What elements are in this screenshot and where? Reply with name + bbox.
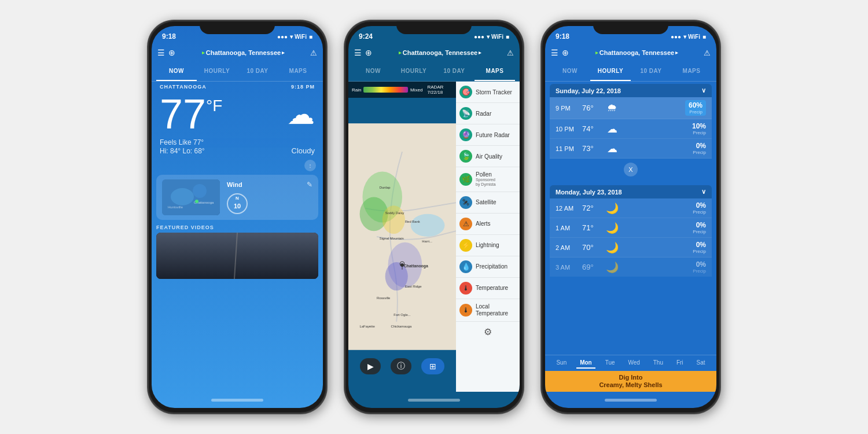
menu-local-temperature[interactable]: 🌡 LocalTemperature — [456, 299, 520, 322]
precip-1am: 0%Precip — [693, 221, 706, 234]
weather-icon-now: ☁ — [287, 98, 315, 130]
menu-satellite[interactable]: 🛰 Satellite — [456, 192, 520, 214]
tab-hourly-2[interactable]: HOURLY — [393, 63, 434, 81]
menu-lightning[interactable]: ⚡ Lightning — [456, 235, 520, 256]
alert-icon-2[interactable]: ⚠ — [507, 49, 514, 57]
menu-pollen[interactable]: 🌿 Pollen Sponsoredby Dymista — [456, 167, 520, 192]
monday-header[interactable]: Monday, July 23, 2018 ∨ — [550, 185, 712, 198]
tab-bar-3: NOW HOURLY 10 DAY MAPS — [545, 63, 716, 82]
video-thumbnail[interactable] — [156, 233, 318, 279]
tab-maps-3[interactable]: MAPS — [671, 63, 712, 81]
maps-sidebar: 🎯 Storm Tracker 📡 Radar 🔮 Future Radar 🍃… — [456, 82, 520, 392]
notch-2 — [396, 21, 472, 34]
alert-icon-1[interactable]: ⚠ — [310, 49, 317, 57]
svg-text:Harri...: Harri... — [422, 240, 432, 243]
icon-1am: 🌙 — [602, 222, 623, 234]
nav-bar-1: ☰ ⊕ ▸ Chattanooga, Tennessee ▸ ⚠ — [152, 42, 323, 63]
hourly-row-11pm[interactable]: 11 PM 73° ☁ 0% Precip — [550, 139, 712, 159]
info-button[interactable]: ⓘ — [391, 358, 411, 374]
svg-text:Dunlap: Dunlap — [380, 186, 391, 189]
rain-label: Rain — [352, 87, 361, 93]
time-3am: 3 AM — [556, 264, 579, 271]
menu-icon-1[interactable]: ☰ — [157, 48, 165, 57]
radar-legend: Rain Mixed RADAR 7/22/18 — [348, 82, 456, 98]
ad-banner[interactable]: Dig IntoCreamy, Melty Shells — [545, 371, 716, 392]
tab-hourly-1[interactable]: HOURLY — [197, 63, 237, 81]
hourly-row-3am[interactable]: 3 AM 69° 🌙 0%Precip — [550, 258, 712, 277]
map-menu-bottom: ⚙ — [456, 322, 520, 342]
hourly-content: Sunday, July 22, 2018 ∨ 9 PM 76° 🌧 60% P… — [545, 82, 716, 392]
menu-future-radar[interactable]: 🔮 Future Radar — [456, 124, 520, 146]
nav-location-2[interactable]: ▸ Chattanooga, Tennessee ▸ — [377, 49, 503, 56]
time-9pm: 9 PM — [556, 105, 579, 112]
tab-hourly-3[interactable]: HOURLY — [590, 63, 631, 81]
alert-icon-3[interactable]: ⚠ — [704, 49, 711, 57]
settings-icon[interactable]: ⚙ — [484, 326, 492, 337]
layers-icon[interactable]: ⋮ — [304, 160, 316, 171]
hourly-row-2am[interactable]: 2 AM 70° 🌙 0%Precip — [550, 238, 712, 258]
maps-content: Rain Mixed RADAR 7/22/18 — [348, 82, 520, 392]
menu-temperature[interactable]: 🌡 Temperature — [456, 278, 520, 299]
menu-radar[interactable]: 📡 Radar — [456, 103, 520, 124]
city-label: CHATTANOOGA — [160, 84, 207, 90]
home-indicator-2 — [408, 399, 460, 402]
day-tue[interactable]: Tue — [602, 358, 619, 369]
day-sun[interactable]: Sun — [553, 358, 570, 369]
tab-10day-3[interactable]: 10 DAY — [631, 63, 671, 81]
menu-air-quality[interactable]: 🍃 Air Quality — [456, 146, 520, 167]
nav-location-3[interactable]: ▸ Chattanooga, Tennessee ▸ — [573, 49, 700, 56]
wind-map-thumbnail[interactable]: Huntsville Chattanooga — [162, 179, 220, 215]
play-button[interactable]: ▶ — [360, 358, 381, 374]
svg-text:Soddy Daisy: Soddy Daisy — [385, 211, 404, 215]
menu-icon-3[interactable]: ☰ — [551, 48, 558, 57]
now-header: CHATTANOOGA 9:18 PM — [152, 82, 323, 92]
menu-icon-2[interactable]: ☰ — [354, 48, 362, 57]
monday-chevron: ∨ — [701, 188, 706, 196]
svg-point-13 — [382, 205, 405, 234]
precip-3am: 0%Precip — [693, 260, 706, 274]
featured-title: FEATURED VIDEOS — [156, 225, 318, 230]
sunday-header[interactable]: Sunday, July 22, 2018 ∨ — [550, 84, 712, 97]
tab-now-1[interactable]: NOW — [156, 63, 197, 81]
map-svg[interactable]: Chattanooga Dunlap Soddy Daisy Signal Mo… — [348, 82, 456, 392]
tab-maps-2[interactable]: MAPS — [475, 63, 515, 81]
status-time-1: 9:18 — [162, 32, 176, 41]
layers-button[interactable]: ⊞ — [421, 358, 444, 374]
home-indicator-1 — [211, 399, 263, 402]
day-sat[interactable]: Sat — [693, 358, 709, 369]
hourly-row-10pm[interactable]: 10 PM 74° ☁ 10% Precip — [550, 119, 712, 139]
nav-location-1[interactable]: ▸ Chattanooga, Tennessee ▸ — [180, 49, 307, 56]
tab-maps-1[interactable]: MAPS — [278, 63, 318, 81]
tab-10day-2[interactable]: 10 DAY — [434, 63, 475, 81]
svg-text:East Ridge: East Ridge — [405, 285, 422, 288]
hourly-row-9pm[interactable]: 9 PM 76° 🌧 60% Precip — [550, 97, 712, 119]
wind-info: Wind ✎ N 10 — [220, 181, 312, 214]
temperature-icon: 🌡 — [459, 282, 472, 295]
hourly-row-12am[interactable]: 12 AM 72° 🌙 0%Precip — [550, 198, 712, 218]
svg-point-10 — [411, 214, 445, 237]
menu-precipitation[interactable]: 💧 Precipitation — [456, 256, 520, 278]
close-sunday-button[interactable]: X — [624, 163, 638, 176]
mixed-label: Mixed — [410, 87, 422, 93]
status-time-3: 9:18 — [556, 32, 569, 41]
tab-now-2[interactable]: NOW — [353, 63, 393, 81]
hourly-row-1am[interactable]: 1 AM 71° 🌙 0%Precip — [550, 218, 712, 238]
day-mon[interactable]: Mon — [576, 358, 595, 369]
signal-icon-3: ●●● — [671, 34, 681, 40]
day-fri[interactable]: Fri — [673, 358, 687, 369]
status-icons-2: ●●● ▾ WiFi ■ — [474, 34, 509, 40]
precipitation-icon: 💧 — [459, 260, 472, 273]
svg-text:Chickamauga: Chickamauga — [391, 325, 412, 328]
temp-1am: 71° — [582, 223, 598, 232]
compass-direction: N — [236, 196, 239, 201]
tab-10day-1[interactable]: 10 DAY — [237, 63, 278, 81]
menu-alerts[interactable]: ⚠ Alerts — [456, 214, 520, 235]
day-wed[interactable]: Wed — [624, 358, 643, 369]
day-thu[interactable]: Thu — [650, 358, 667, 369]
time-12am: 12 AM — [556, 205, 579, 212]
alerts-icon: ⚠ — [459, 218, 472, 230]
ad-text: Dig IntoCreamy, Melty Shells — [599, 374, 662, 389]
edit-icon[interactable]: ✎ — [307, 181, 312, 189]
menu-storm-tracker[interactable]: 🎯 Storm Tracker — [456, 82, 520, 103]
tab-now-3[interactable]: NOW — [550, 63, 590, 81]
